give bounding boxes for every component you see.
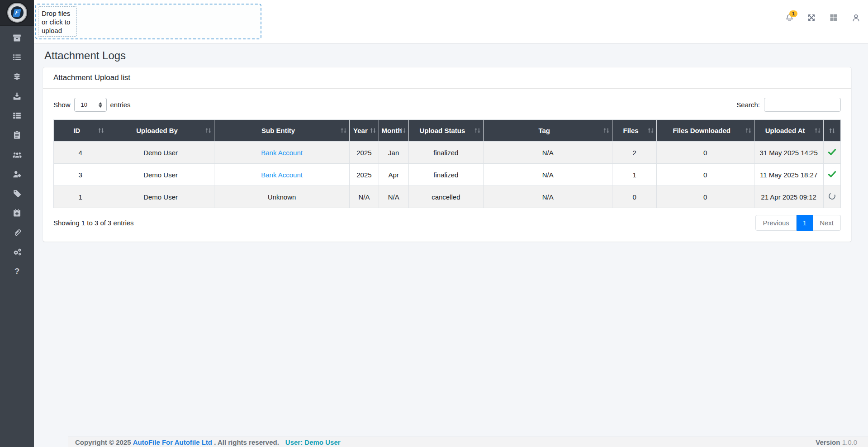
dropzone-message[interactable]: Drop files or click to upload xyxy=(38,6,77,37)
sort-icon xyxy=(400,127,406,134)
column-header-uploaded-at[interactable]: Uploaded At xyxy=(754,120,823,142)
cell-year: 2025 xyxy=(350,164,379,186)
sidebar-item-help[interactable]: ? xyxy=(0,262,34,281)
list-icon xyxy=(12,52,22,62)
user-tag-icon xyxy=(12,169,22,179)
table-row: 1 Demo User Unknown N/A N/A cancelled N/… xyxy=(54,186,841,208)
page-length-select[interactable]: 10 xyxy=(74,98,107,112)
sidebar-item-archive[interactable] xyxy=(0,28,34,48)
sidebar-item-layers[interactable] xyxy=(0,67,34,86)
column-header-files[interactable]: Files xyxy=(612,120,656,142)
tag-icon xyxy=(12,189,22,199)
cell-tag: N/A xyxy=(484,142,612,164)
column-header-year[interactable]: Year xyxy=(350,120,379,142)
brand-logo[interactable]: F xyxy=(0,0,34,26)
fullscreen-button[interactable] xyxy=(806,14,816,24)
table-footer: Showing 1 to 3 of 3 entries Previous 1 N… xyxy=(53,215,841,231)
cell-sub-entity: Bank Account xyxy=(214,164,349,186)
column-header-upload-status[interactable]: Upload Status xyxy=(408,120,483,142)
column-header-id[interactable]: ID xyxy=(54,120,107,142)
calendar-plus-icon xyxy=(12,208,22,218)
sidebar-item-user-tag[interactable] xyxy=(0,164,34,184)
table-icon xyxy=(12,111,22,120)
cell-upload-status: cancelled xyxy=(408,186,483,208)
sub-entity-link[interactable]: Bank Account xyxy=(261,171,303,179)
table-controls: Show 10 entries Search: xyxy=(53,98,841,112)
cell-month: Jan xyxy=(379,142,408,164)
cell-uploaded-at: 21 Apr 2025 09:12 xyxy=(754,186,823,208)
card-body: Show 10 entries Search: xyxy=(43,89,851,242)
column-header-tag[interactable]: Tag xyxy=(484,120,612,142)
copyright-text: Copyright © 2025 xyxy=(75,438,133,446)
cell-status xyxy=(823,186,840,208)
column-header-files-downloaded[interactable]: Files Downloaded xyxy=(656,120,754,142)
entries-info: Showing 1 to 3 of 3 entries xyxy=(53,219,134,227)
cell-status xyxy=(823,164,840,186)
cell-files: 2 xyxy=(612,142,656,164)
next-page-button[interactable]: Next xyxy=(813,215,841,231)
notifications-button[interactable]: 1 xyxy=(784,14,794,24)
column-header-status[interactable] xyxy=(823,120,840,142)
file-dropzone[interactable]: Drop files or click to upload xyxy=(35,4,261,39)
cell-tag: N/A xyxy=(484,164,612,186)
sidebar-item-settings[interactable] xyxy=(0,242,34,262)
cell-uploaded-by: Demo User xyxy=(107,186,214,208)
check-icon xyxy=(828,171,836,179)
sidebar-item-table[interactable] xyxy=(0,106,34,125)
column-header-uploaded-by[interactable]: Uploaded By xyxy=(107,120,214,142)
version-value: 1.0.0 xyxy=(842,438,857,446)
page-number-button[interactable]: 1 xyxy=(797,215,813,231)
user-menu-button[interactable] xyxy=(851,14,861,24)
current-user-text: User: Demo User xyxy=(285,438,341,446)
sidebar-item-calendar-plus[interactable] xyxy=(0,203,34,223)
column-header-month[interactable]: Month xyxy=(379,120,408,142)
sidebar-item-list[interactable] xyxy=(0,48,34,67)
cell-id: 4 xyxy=(54,142,107,164)
cell-files-downloaded: 0 xyxy=(656,186,754,208)
cell-files: 1 xyxy=(612,164,656,186)
rights-text: . All rights reserved. xyxy=(212,438,279,446)
check-icon xyxy=(828,149,836,157)
sort-icon xyxy=(205,127,211,134)
pagination: Previous 1 Next xyxy=(755,215,841,231)
table-row: 4 Demo User Bank Account 2025 Jan finali… xyxy=(54,142,841,164)
apps-grid-button[interactable] xyxy=(829,14,839,24)
grid-icon xyxy=(829,13,838,24)
cell-month: N/A xyxy=(379,186,408,208)
cell-uploaded-by: Demo User xyxy=(107,142,214,164)
sidebar-item-users[interactable] xyxy=(0,145,34,164)
previous-page-button[interactable]: Previous xyxy=(755,215,796,231)
header-icon-bar: 1 xyxy=(784,14,861,24)
expand-arrows-icon xyxy=(807,13,816,24)
page-length-value: 10 xyxy=(81,101,87,108)
table-row: 3 Demo User Bank Account 2025 Apr finali… xyxy=(54,164,841,186)
users-icon xyxy=(12,150,22,160)
cell-year: 2025 xyxy=(350,142,379,164)
search-input[interactable] xyxy=(764,98,841,112)
cell-sub-entity: Unknown xyxy=(214,186,349,208)
cogs-icon xyxy=(12,247,22,257)
cell-files-downloaded: 0 xyxy=(656,164,754,186)
sidebar-nav: ? xyxy=(0,26,34,281)
paperclip-icon xyxy=(12,228,22,238)
sidebar-item-download[interactable] xyxy=(0,86,34,106)
cell-id: 3 xyxy=(54,164,107,186)
cell-id: 1 xyxy=(54,186,107,208)
card-title: Attachment Upload list xyxy=(43,67,851,89)
main-area: Drop files or click to upload 1 xyxy=(34,0,868,447)
sort-icon xyxy=(745,127,751,134)
search-label: Search: xyxy=(736,101,760,109)
spinner-icon xyxy=(828,192,836,200)
column-header-sub-entity[interactable]: Sub Entity xyxy=(214,120,349,142)
cell-tag: N/A xyxy=(484,186,612,208)
sidebar-item-clipboard[interactable] xyxy=(0,125,34,145)
show-label: Show xyxy=(53,101,71,109)
sort-icon xyxy=(98,127,104,134)
sub-entity-link[interactable]: Bank Account xyxy=(261,149,303,157)
sidebar-item-tag[interactable] xyxy=(0,184,34,203)
sort-icon xyxy=(341,127,346,134)
sidebar-item-attachments[interactable] xyxy=(0,223,34,242)
cell-upload-status: finalized xyxy=(408,142,483,164)
company-link[interactable]: AutoFile For Autofile Ltd xyxy=(133,438,212,446)
cell-uploaded-at: 11 May 2025 18:27 xyxy=(754,164,823,186)
